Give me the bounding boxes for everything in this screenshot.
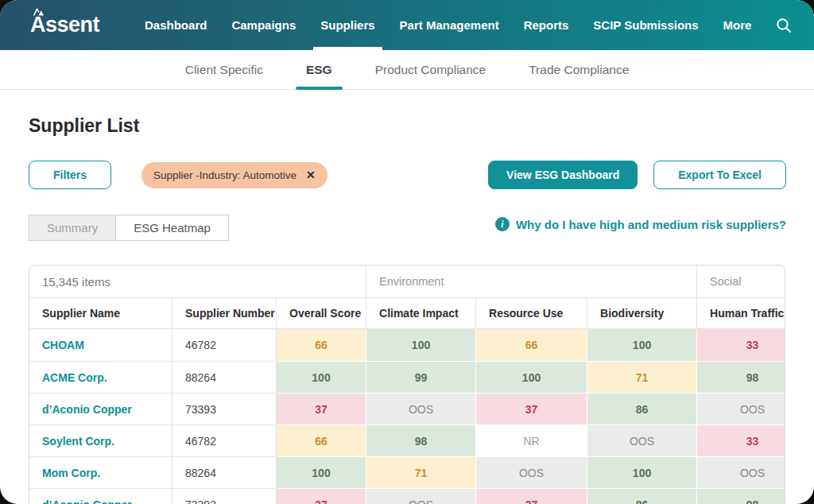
score-cell: 98 xyxy=(696,361,785,393)
score-cell: 100 xyxy=(587,456,696,488)
sub-navbar: Client SpecificESGProduct ComplianceTrad… xyxy=(0,50,814,90)
tab-strip: SummaryESG Heatmap xyxy=(29,215,229,241)
score-cell: 99 xyxy=(366,361,475,393)
score-cell: 86 xyxy=(587,393,696,425)
nav-item-reports[interactable]: Reports xyxy=(524,0,569,50)
risk-help-link[interactable]: i Why do I have high and medium risk sup… xyxy=(495,217,786,231)
score-cell: 100 xyxy=(475,361,587,393)
supplier-name-cell: Soylent Corp. xyxy=(29,425,172,456)
supplier-link[interactable]: CHOAM xyxy=(42,339,84,351)
items-count: 15,345 items xyxy=(29,266,366,297)
score-cell: 71 xyxy=(366,456,475,488)
supplier-heatmap-card: 15,345 itemsEnvironmentSocialSupplier Na… xyxy=(29,265,785,504)
supplier-link[interactable]: d’Aconio Copper xyxy=(42,403,132,416)
search-icon[interactable] xyxy=(775,0,793,50)
supplier-number-cell: 73393 xyxy=(172,488,276,504)
tab-summary[interactable]: Summary xyxy=(29,215,116,241)
tab-esg-heatmap[interactable]: ESG Heatmap xyxy=(116,215,229,241)
main-content: Supplier List Filters Supplier -Industry… xyxy=(0,115,814,504)
supplier-number-cell: 73393 xyxy=(172,393,276,425)
score-cell: 37 xyxy=(276,488,366,504)
app-window: Assent DashboardCampaignsSuppliersPart M… xyxy=(0,0,814,504)
score-cell: 100 xyxy=(276,456,366,488)
score-cell: 100 xyxy=(276,361,366,393)
page-title: Supplier List xyxy=(29,115,786,137)
nav-item-more[interactable]: More xyxy=(723,0,752,50)
score-cell: 98 xyxy=(696,488,785,504)
score-cell: 98 xyxy=(366,425,475,456)
nav-item-scip-submissions[interactable]: SCIP Submissions xyxy=(593,0,698,50)
tab-row: SummaryESG Heatmap i Why do I have high … xyxy=(29,215,786,241)
supplier-name-cell: Mom Corp. xyxy=(29,456,172,488)
score-cell: NR xyxy=(475,425,587,456)
table-row: d’Aconio Copper7339337OOS3786OOS xyxy=(29,393,785,425)
supplier-number-cell: 46782 xyxy=(172,425,276,456)
table-row: ACME Corp.88264100991007198 xyxy=(29,361,785,393)
subnav-item-product-compliance[interactable]: Product Compliance xyxy=(354,50,508,89)
supplier-name-cell: d’Aconio Copper xyxy=(29,488,172,504)
column-header-climate-impact: Climate Impact xyxy=(366,297,475,329)
subnav-item-esg[interactable]: ESG xyxy=(285,50,354,89)
table-row: d’Aconio Copper7339337OOS378698 xyxy=(29,488,785,504)
supplier-name-cell: CHOAM xyxy=(29,329,172,361)
filters-button[interactable]: Filters xyxy=(29,161,111,189)
logo-mark-icon xyxy=(31,7,46,16)
score-cell: 37 xyxy=(276,393,366,425)
subnav-item-client-specific[interactable]: Client Specific xyxy=(164,50,285,89)
column-header-overall-score: Overall Score xyxy=(276,297,366,329)
table-group-row: 15,345 itemsEnvironmentSocial xyxy=(29,266,785,297)
score-cell: 86 xyxy=(587,488,696,504)
score-cell: OOS xyxy=(366,488,475,504)
table-header-row: Supplier NameSupplier NumberOverall Scor… xyxy=(29,297,785,329)
column-header-supplier-number: Supplier Number xyxy=(172,297,276,329)
score-cell: 66 xyxy=(276,329,366,361)
supplier-link[interactable]: Soylent Corp. xyxy=(42,435,114,448)
top-nav-menu: DashboardCampaignsSuppliersPart Manageme… xyxy=(145,0,751,50)
supplier-number-cell: 88264 xyxy=(172,456,276,488)
score-cell: 100 xyxy=(366,329,475,361)
group-header-environment: Environment xyxy=(366,266,696,297)
assent-logo[interactable]: Assent xyxy=(30,0,99,50)
score-cell: OOS xyxy=(366,393,475,425)
filter-row: Filters Supplier -Industry: Automotive ✕… xyxy=(29,161,786,189)
group-header-social: Social xyxy=(696,266,785,297)
view-esg-dashboard-button[interactable]: View ESG Dashboard xyxy=(488,161,638,189)
supplier-link[interactable]: Mom Corp. xyxy=(42,467,100,479)
column-header-supplier-name: Supplier Name xyxy=(29,297,172,329)
column-header-human-trafficking: Human Trafficking xyxy=(696,297,785,329)
score-cell: 100 xyxy=(587,329,696,361)
supplier-name-cell: ACME Corp. xyxy=(29,361,172,393)
score-cell: 66 xyxy=(475,329,587,361)
supplier-name-cell: d’Aconio Copper xyxy=(29,393,172,425)
nav-item-campaigns[interactable]: Campaigns xyxy=(231,0,296,50)
score-cell: 33 xyxy=(696,425,785,456)
subnav-item-trade-compliance[interactable]: Trade Compliance xyxy=(507,50,650,89)
score-cell: 37 xyxy=(475,488,587,504)
chip-close-icon[interactable]: ✕ xyxy=(306,169,316,180)
score-cell: 37 xyxy=(475,393,587,425)
supplier-link[interactable]: ACME Corp. xyxy=(42,371,107,384)
nav-item-dashboard[interactable]: Dashboard xyxy=(145,0,207,50)
score-cell: 66 xyxy=(276,425,366,456)
supplier-number-cell: 46782 xyxy=(172,329,276,361)
top-navbar: Assent DashboardCampaignsSuppliersPart M… xyxy=(0,0,814,50)
score-cell: OOS xyxy=(587,425,696,456)
score-cell: 33 xyxy=(696,329,785,361)
score-cell: OOS xyxy=(696,456,785,488)
nav-item-suppliers[interactable]: Suppliers xyxy=(320,0,374,50)
supplier-link[interactable]: d’Aconio Copper xyxy=(42,498,132,504)
table-row: CHOAM46782661006610033 xyxy=(29,329,785,361)
table-row: Mom Corp.8826410071OOS100OOS xyxy=(29,456,785,488)
table-row: Soylent Corp.467826698NROOS33 xyxy=(29,425,785,456)
score-cell: 71 xyxy=(587,361,696,393)
score-cell: OOS xyxy=(475,456,587,488)
column-header-biodiversity: Biodiversity xyxy=(587,297,696,329)
export-to-excel-button[interactable]: Export To Excel xyxy=(653,161,786,189)
supplier-heatmap-table: 15,345 itemsEnvironmentSocialSupplier Na… xyxy=(29,266,785,504)
score-cell: OOS xyxy=(696,393,785,425)
filter-chip[interactable]: Supplier -Industry: Automotive ✕ xyxy=(141,162,328,188)
filter-chip-label: Supplier -Industry: Automotive xyxy=(153,169,297,181)
logo-text: Assent xyxy=(30,13,99,37)
supplier-number-cell: 88264 xyxy=(172,361,276,393)
nav-item-part-management[interactable]: Part Management xyxy=(400,0,499,50)
